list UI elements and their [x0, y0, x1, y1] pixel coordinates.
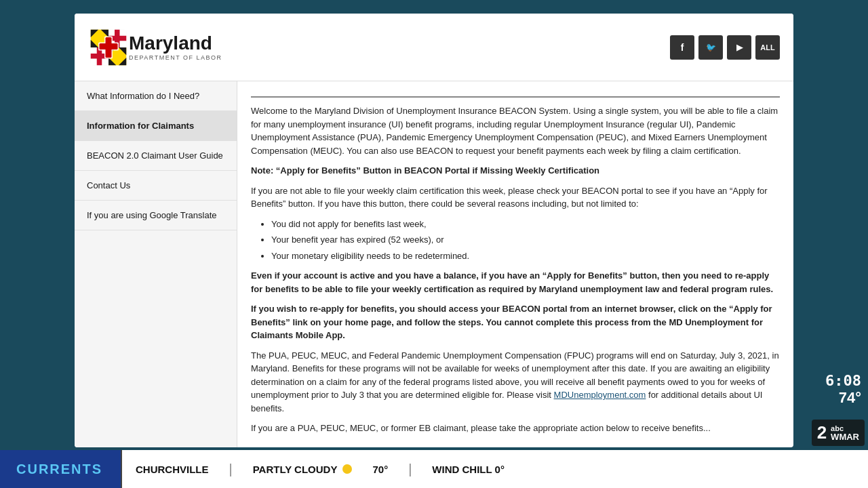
youtube-button[interactable]: ▶: [727, 35, 751, 60]
ticker-bar: CURRENTS CHURCHVILLE | PARTLY CLOUDY 70°…: [0, 450, 868, 488]
facebook-button[interactable]: f: [670, 35, 694, 60]
bullet-item: Your benefit year has expired (52 weeks)…: [271, 233, 780, 247]
tv-time-temp-overlay: 6:08 74°: [825, 372, 861, 407]
bullet-item: Your monetary eligibility needs to be re…: [271, 249, 780, 263]
abc-label: abc: [831, 425, 859, 432]
logo-area: Maryland DEPARTMENT OF LABOR: [88, 27, 222, 68]
twitter-button[interactable]: 🐦: [698, 35, 723, 60]
ticker-temp: 70°: [372, 464, 388, 475]
browser-window: Maryland DEPARTMENT OF LABOR f 🐦 ▶ ALL W…: [75, 14, 793, 447]
all-button[interactable]: ALL: [755, 35, 780, 60]
para2: Even if your account is active and you h…: [251, 269, 780, 296]
logo-text-area: Maryland DEPARTMENT OF LABOR: [129, 34, 222, 61]
channel-number: 2: [817, 422, 827, 443]
para5: If you are a PUA, PEUC, MEUC, or former …: [251, 422, 780, 435]
ticker-divider-2: |: [408, 462, 412, 477]
sidebar-item-info-claimants[interactable]: Information for Claimants: [75, 111, 237, 141]
logo-subtitle: DEPARTMENT OF LABOR: [129, 54, 222, 61]
intro-paragraph: Welcome to the Maryland Division of Unem…: [251, 104, 780, 157]
logo-title: Maryland: [129, 34, 222, 53]
ticker-divider-1: |: [229, 462, 233, 477]
main-area: What Information do I Need? Information …: [75, 81, 793, 447]
ticker-weather: PARTLY CLOUDY: [253, 464, 353, 475]
social-icons: f 🐦 ▶ ALL: [670, 35, 780, 60]
sidebar: What Information do I Need? Information …: [75, 81, 237, 447]
ticker-items: CHURCHVILLE | PARTLY CLOUDY 70° | WIND C…: [122, 450, 868, 488]
mdunemployment-link[interactable]: MDUnemployment.com: [554, 390, 646, 400]
weather-dot-icon: [342, 464, 352, 474]
main-content: Welcome to the Maryland Division of Unem…: [237, 81, 793, 447]
sidebar-item-what-info[interactable]: What Information do I Need?: [75, 81, 237, 111]
note-heading: Note: “Apply for Benefits” Button in BEA…: [251, 164, 780, 178]
tv-temp: 74°: [825, 389, 861, 407]
channel-letters: abc WMAR: [831, 425, 859, 441]
maryland-logo: [88, 27, 129, 68]
tv-frame: Maryland DEPARTMENT OF LABOR f 🐦 ▶ ALL W…: [0, 0, 868, 488]
wmar-label: WMAR: [831, 432, 859, 441]
ticker-wind: WIND CHILL 0°: [432, 464, 505, 475]
tv-channel-overlay: 2 abc WMAR: [812, 420, 865, 446]
site-header: Maryland DEPARTMENT OF LABOR f 🐦 ▶ ALL: [75, 14, 793, 81]
page-title: [251, 92, 780, 98]
bullet-item: You did not apply for benefits last week…: [271, 218, 780, 231]
ticker-location: CHURCHVILLE: [136, 464, 209, 475]
para3: If you wish to re-apply for benefits, yo…: [251, 302, 780, 342]
tv-time: 6:08: [825, 372, 861, 389]
ticker-label: CURRENTS: [0, 450, 122, 488]
sidebar-item-contact-us[interactable]: Contact Us: [75, 171, 237, 201]
para1: If you are not able to file your weekly …: [251, 184, 780, 211]
bullet-list: You did not apply for benefits last week…: [271, 218, 780, 263]
para4: The PUA, PEUC, MEUC, and Federal Pandemi…: [251, 349, 780, 415]
sidebar-item-google-translate[interactable]: If you are using Google Translate: [75, 201, 237, 230]
svg-rect-20: [100, 43, 118, 49]
sidebar-item-beacon-guide[interactable]: BEACON 2.0 Claimant User Guide: [75, 141, 237, 171]
